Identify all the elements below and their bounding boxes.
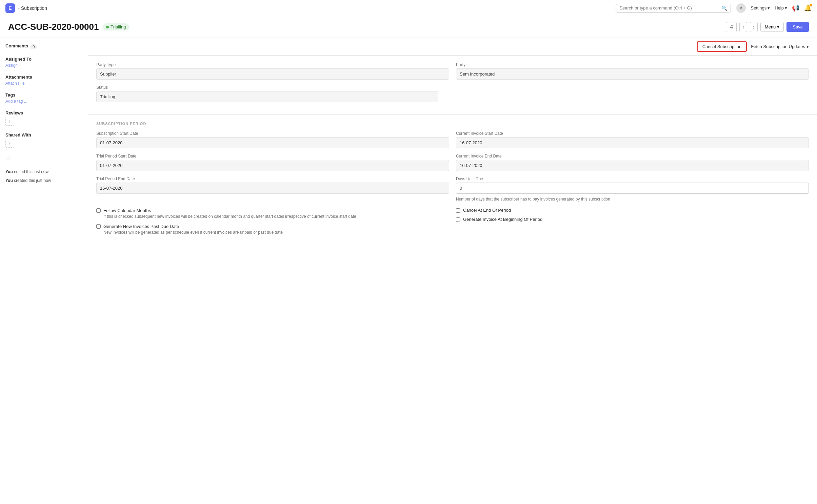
status-dot bbox=[106, 26, 109, 28]
current-invoice-start-group: Current Invoice Start Date 16-07-2020 bbox=[456, 131, 809, 148]
action-bar: Cancel Subscription Fetch Subscription U… bbox=[88, 38, 817, 56]
notification-dot bbox=[810, 4, 812, 6]
assigned-to-section: Assigned To Assign + bbox=[5, 57, 82, 68]
current-invoice-end-label: Current Invoice End Date bbox=[456, 154, 809, 159]
module-label: Subscription bbox=[21, 5, 47, 11]
generate-new-invoices-desc: New invoices will be generated as per sc… bbox=[103, 230, 283, 235]
trial-end-value: 15-07-2020 bbox=[96, 183, 449, 194]
add-shared-button[interactable]: + bbox=[5, 139, 14, 148]
right-checkboxes-group: Cancel At End Of Period Generate Invoice… bbox=[456, 208, 809, 239]
heart-icon[interactable]: ♡ bbox=[5, 154, 82, 162]
checkboxes-row: Follow Calendar Months If this is checke… bbox=[96, 208, 809, 239]
status-label: Trialling bbox=[111, 24, 126, 29]
app-logo: E bbox=[5, 3, 15, 13]
subscription-period-heading: SUBSCRIPTION PERIOD bbox=[96, 122, 809, 126]
doc-header: ACC-SUB-2020-00001 Trialling 🖨 ‹ › Menu … bbox=[0, 16, 817, 38]
assign-button[interactable]: Assign + bbox=[5, 63, 82, 68]
activity-action-1: edited this just now bbox=[14, 169, 48, 174]
status-badge: Trialling bbox=[103, 23, 129, 30]
prev-button[interactable]: ‹ bbox=[739, 22, 747, 32]
days-until-due-input[interactable] bbox=[456, 183, 809, 194]
current-invoice-end-group: Current Invoice End Date 16-07-2020 bbox=[456, 154, 809, 171]
generate-at-beginning-group: Generate Invoice At Beginning Of Period bbox=[456, 217, 809, 222]
doc-actions: 🖨 ‹ › Menu ▾ Save bbox=[726, 22, 809, 32]
days-until-due-label: Days Until Due bbox=[456, 176, 809, 181]
activity-item: You created this just now bbox=[5, 177, 82, 184]
add-review-button[interactable]: + bbox=[5, 117, 14, 126]
activity-actor-2: You bbox=[5, 178, 13, 183]
cancel-subscription-button[interactable]: Cancel Subscription bbox=[697, 41, 747, 52]
activity-item: You edited this just now bbox=[5, 169, 82, 175]
activity-log: You edited this just now You created thi… bbox=[5, 169, 82, 184]
settings-link[interactable]: Settings ▾ bbox=[751, 5, 770, 10]
party-form-section: Party Type Supplier Party Sem Incorporat… bbox=[88, 56, 817, 115]
sidebar: Comments 0 Assigned To Assign + Attachme… bbox=[0, 38, 88, 504]
days-until-due-desc: Number of days that the subscriber has t… bbox=[456, 196, 809, 202]
comments-badge: 0 bbox=[30, 44, 37, 49]
megaphone-icon[interactable]: 📢 bbox=[792, 4, 799, 12]
follow-calendar-label[interactable]: Follow Calendar Months bbox=[103, 208, 151, 213]
days-until-due-group: Days Until Due Number of days that the s… bbox=[456, 176, 809, 202]
party-group: Party Sem Incorporated bbox=[456, 62, 809, 80]
party-label: Party bbox=[456, 62, 809, 67]
generate-new-invoices-checkbox[interactable] bbox=[96, 224, 101, 229]
activity-action-2: created this just now bbox=[14, 178, 51, 183]
menu-button[interactable]: Menu ▾ bbox=[760, 22, 784, 32]
doc-title: ACC-SUB-2020-00001 bbox=[8, 22, 99, 32]
main-content: Cancel Subscription Fetch Subscription U… bbox=[88, 38, 817, 504]
cancel-at-end-label[interactable]: Cancel At End Of Period bbox=[463, 208, 511, 213]
tags-section: Tags Add a tag ... bbox=[5, 92, 82, 104]
generate-at-beginning-checkbox[interactable] bbox=[456, 217, 460, 222]
attach-file-button[interactable]: Attach File + bbox=[5, 81, 82, 86]
trial-start-label: Trial Period Start Date bbox=[96, 154, 449, 159]
party-type-value: Supplier bbox=[96, 68, 449, 80]
cancel-at-end-group: Cancel At End Of Period bbox=[456, 208, 809, 213]
follow-calendar-checkbox-group: Follow Calendar Months If this is checke… bbox=[96, 208, 449, 219]
follow-calendar-checkbox[interactable] bbox=[96, 208, 101, 213]
current-invoice-start-label: Current Invoice Start Date bbox=[456, 131, 809, 136]
generate-at-beginning-label[interactable]: Generate Invoice At Beginning Of Period bbox=[463, 217, 542, 222]
dates-row-1: Subscription Start Date 01-07-2020 Curre… bbox=[96, 131, 809, 148]
topnav: E › Subscription 🔍 A Settings ▾ Help ▾ 📢… bbox=[0, 0, 817, 16]
topnav-right: A Settings ▾ Help ▾ 📢 🔔 bbox=[736, 3, 812, 13]
trial-start-value: 01-07-2020 bbox=[96, 160, 449, 171]
add-tag-button[interactable]: Add a tag ... bbox=[5, 99, 82, 104]
subscription-period-section: SUBSCRIPTION PERIOD Subscription Start D… bbox=[88, 115, 817, 251]
trial-end-group: Trial Period End Date 15-07-2020 bbox=[96, 176, 449, 202]
dates-row-3: Trial Period End Date 15-07-2020 Days Un… bbox=[96, 176, 809, 202]
layout: Comments 0 Assigned To Assign + Attachme… bbox=[0, 38, 817, 504]
attachments-section: Attachments Attach File + bbox=[5, 75, 82, 86]
comments-section: Comments 0 bbox=[5, 43, 82, 50]
cancel-at-end-checkbox[interactable] bbox=[456, 208, 460, 213]
status-row: Status Trialling bbox=[96, 85, 809, 102]
status-label: Status bbox=[96, 85, 438, 90]
status-group: Status Trialling bbox=[96, 85, 438, 102]
activity-actor-1: You bbox=[5, 169, 13, 174]
help-link[interactable]: Help ▾ bbox=[775, 5, 787, 10]
next-button[interactable]: › bbox=[750, 22, 758, 32]
search-icon: 🔍 bbox=[721, 5, 727, 11]
avatar: A bbox=[736, 3, 746, 13]
follow-calendar-group: Follow Calendar Months If this is checke… bbox=[96, 208, 449, 239]
reviews-label: Reviews bbox=[5, 110, 82, 115]
party-type-label: Party Type bbox=[96, 62, 449, 67]
notification-bell[interactable]: 🔔 bbox=[804, 4, 812, 12]
current-invoice-end-value: 16-07-2020 bbox=[456, 160, 809, 171]
start-date-group: Subscription Start Date 01-07-2020 bbox=[96, 131, 449, 148]
shared-with-label: Shared With bbox=[5, 132, 82, 138]
search-input[interactable] bbox=[619, 5, 719, 10]
trial-end-label: Trial Period End Date bbox=[96, 176, 449, 181]
start-date-value: 01-07-2020 bbox=[96, 137, 449, 148]
generate-new-invoices-group: Generate New Invoices Past Due Date New … bbox=[96, 224, 449, 235]
current-invoice-start-value: 16-07-2020 bbox=[456, 137, 809, 148]
search-bar[interactable]: 🔍 bbox=[616, 4, 731, 13]
print-button[interactable]: 🖨 bbox=[726, 22, 737, 32]
settings-chevron-icon: ▾ bbox=[768, 5, 770, 10]
reviews-section: Reviews + bbox=[5, 110, 82, 126]
menu-chevron-icon: ▾ bbox=[777, 24, 779, 29]
generate-new-invoices-label[interactable]: Generate New Invoices Past Due Date bbox=[103, 224, 179, 229]
status-value: Trialling bbox=[96, 91, 438, 102]
fetch-subscription-button[interactable]: Fetch Subscription Updates ▾ bbox=[751, 44, 809, 49]
save-button[interactable]: Save bbox=[786, 22, 809, 32]
breadcrumb-chevron: › bbox=[18, 6, 19, 10]
